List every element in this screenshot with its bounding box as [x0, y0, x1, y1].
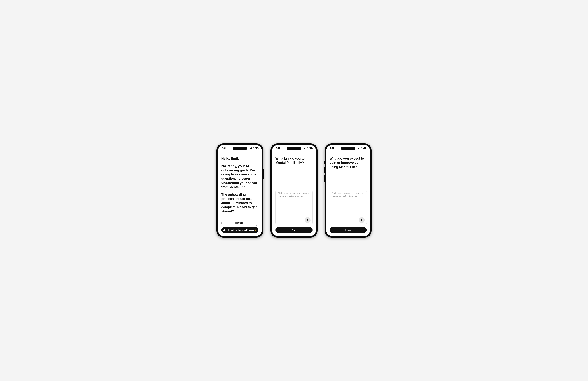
wifi-icon [307, 148, 309, 149]
response-input[interactable]: Click here to write or hold down the mic… [275, 190, 313, 225]
sparkle-icon: ✨ [255, 229, 257, 231]
status-time: 9:41 [222, 147, 226, 149]
intro-timing: The onboarding process should take about… [221, 192, 258, 213]
finish-label: Finish [345, 229, 351, 231]
response-placeholder: Click here to write or hold down the mic… [278, 192, 310, 197]
next-button[interactable]: Next [275, 227, 313, 233]
intro-greeting: Hello, Emily! [221, 156, 258, 161]
no-thanks-button[interactable]: No thanks [221, 220, 258, 226]
response-input[interactable]: Click here to write or hold down the mic… [330, 190, 367, 225]
onboarding-intro-text: Hello, Emily! I'm Penny, your AI onboard… [221, 151, 258, 220]
response-placeholder: Click here to write or hold down the mic… [332, 192, 364, 197]
microphone-button[interactable] [359, 217, 365, 223]
start-onboarding-button[interactable]: Start the onboarding with Penny AI ✨ [221, 227, 258, 233]
battery-icon [255, 148, 258, 149]
microphone-button[interactable] [305, 217, 311, 223]
battery-icon [363, 148, 366, 149]
wifi-icon [361, 148, 363, 149]
start-onboarding-label: Start the onboarding with Penny AI [223, 229, 254, 231]
onboarding-question: What do you expect to gain or improve by… [330, 151, 367, 169]
microphone-icon [361, 219, 363, 221]
microphone-icon [307, 219, 309, 221]
cellular-icon [358, 148, 360, 149]
status-time: 9:41 [276, 147, 280, 149]
phone-mockup-2: 9:41 What brings you to Mental Pin, Emil… [271, 144, 317, 237]
phone-mockup-1: 9:41 Hello, Emily! I'm Penny, your AI on… [216, 144, 263, 237]
dynamic-island [341, 147, 355, 150]
dynamic-island [287, 147, 301, 150]
battery-icon [309, 148, 312, 149]
dynamic-island [233, 147, 247, 150]
intro-body: I'm Penny, your AI onboarding guide. I'm… [221, 164, 258, 189]
no-thanks-label: No thanks [235, 222, 244, 224]
onboarding-question: What brings you to Mental Pin, Emily? [275, 151, 313, 165]
status-time: 9:41 [330, 147, 334, 149]
wifi-icon [252, 148, 254, 149]
next-label: Next [292, 229, 296, 231]
cellular-icon [250, 148, 252, 149]
phone-mockup-3: 9:41 What do you expect to gain or impro… [325, 144, 372, 237]
finish-button[interactable]: Finish [330, 227, 367, 233]
cellular-icon [304, 148, 306, 149]
